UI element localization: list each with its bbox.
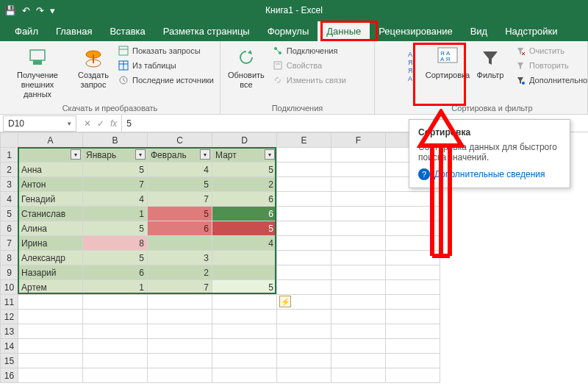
- row-header[interactable]: 14: [1, 339, 18, 354]
- row-header[interactable]: 6: [1, 221, 18, 236]
- filter-dropdown-icon[interactable]: ▾: [71, 149, 81, 160]
- col-header[interactable]: B: [83, 133, 148, 148]
- connections-button[interactable]: Подключения: [270, 44, 348, 57]
- col-header[interactable]: D: [212, 133, 277, 148]
- tooltip-more-link[interactable]: ? Дополнительные сведения: [418, 168, 561, 180]
- cell[interactable]: 5: [83, 163, 148, 177]
- row-header[interactable]: 3: [1, 177, 18, 192]
- table-header-cell[interactable]: ▾: [18, 148, 83, 163]
- new-query-button[interactable]: Создать запрос: [74, 44, 113, 91]
- cell[interactable]: Антон: [18, 177, 83, 192]
- cell[interactable]: 6: [212, 192, 277, 207]
- cell[interactable]: 5: [212, 163, 277, 177]
- tab-home[interactable]: Главная: [47, 21, 101, 41]
- cell[interactable]: 2: [148, 265, 212, 280]
- cell[interactable]: 1: [83, 207, 148, 221]
- col-header[interactable]: C: [148, 133, 212, 148]
- chevron-down-icon[interactable]: ▾: [68, 120, 71, 127]
- cell[interactable]: Алина: [18, 221, 83, 236]
- cell[interactable]: 3: [148, 251, 212, 265]
- table-header-cell[interactable]: Февраль▾: [148, 148, 212, 163]
- redo-icon[interactable]: ↷: [36, 5, 44, 16]
- row-header[interactable]: 5: [1, 207, 18, 221]
- tab-addins[interactable]: Надстройки: [496, 21, 566, 41]
- tab-data[interactable]: Данные: [318, 21, 370, 41]
- cell[interactable]: 4: [212, 236, 277, 251]
- select-all-corner[interactable]: [1, 133, 18, 148]
- row-header[interactable]: 13: [1, 324, 18, 339]
- row-header[interactable]: 4: [1, 192, 18, 207]
- fx-icon[interactable]: fx: [110, 118, 117, 129]
- tab-view[interactable]: Вид: [462, 21, 497, 41]
- cell[interactable]: 4: [148, 163, 212, 177]
- cell[interactable]: 7: [148, 192, 212, 207]
- undo-icon[interactable]: ↶: [22, 5, 30, 16]
- cell[interactable]: 6: [212, 207, 277, 221]
- smart-tag-icon[interactable]: ⚡: [279, 296, 291, 307]
- cell[interactable]: 6: [83, 265, 148, 280]
- row-header[interactable]: 7: [1, 236, 18, 251]
- row-header[interactable]: 2: [1, 163, 18, 177]
- cell[interactable]: 5: [148, 207, 212, 221]
- cell[interactable]: Генадий: [18, 192, 83, 207]
- tab-formulas[interactable]: Формулы: [259, 21, 318, 41]
- recent-sources-button[interactable]: Последние источники: [116, 74, 215, 87]
- row-header[interactable]: 9: [1, 265, 18, 280]
- col-header[interactable]: E: [277, 133, 331, 148]
- sort-az-button[interactable]: А↓Я Я↓А: [401, 44, 425, 90]
- tab-review[interactable]: Рецензирование: [370, 21, 461, 41]
- cell[interactable]: 2: [212, 177, 277, 192]
- filter-button[interactable]: Фильтр: [470, 44, 510, 82]
- col-header[interactable]: F: [331, 133, 386, 148]
- cell[interactable]: [148, 236, 212, 251]
- advanced-filter-button[interactable]: Дополнительно: [513, 74, 588, 87]
- cell[interactable]: 5: [83, 221, 148, 236]
- cell[interactable]: 5: [212, 221, 277, 236]
- name-box[interactable]: D10▾: [3, 115, 76, 132]
- cell[interactable]: Анна: [18, 163, 83, 177]
- col-header[interactable]: A: [18, 133, 83, 148]
- tab-file[interactable]: Файл: [6, 21, 47, 41]
- get-external-data-button[interactable]: Получение внешних данных: [4, 44, 71, 101]
- cell[interactable]: [212, 265, 277, 280]
- from-table-button[interactable]: Из таблицы: [116, 59, 215, 72]
- show-queries-button[interactable]: Показать запросы: [116, 44, 215, 57]
- row-header[interactable]: 8: [1, 251, 18, 265]
- tab-layout[interactable]: Разметка страницы: [154, 21, 259, 41]
- recent-sources-icon: [118, 74, 129, 86]
- cell[interactable]: Назарий: [18, 265, 83, 280]
- cell[interactable]: 6: [148, 221, 212, 236]
- cell[interactable]: 4: [83, 192, 148, 207]
- cell[interactable]: 5: [212, 280, 277, 295]
- filter-dropdown-icon[interactable]: ▾: [265, 149, 275, 160]
- row-header[interactable]: 16: [1, 368, 18, 383]
- cell[interactable]: Ирина: [18, 236, 83, 251]
- row-header[interactable]: 11: [1, 295, 18, 310]
- cell[interactable]: [212, 251, 277, 265]
- filter-dropdown-icon[interactable]: ▾: [135, 149, 146, 160]
- cell[interactable]: 5: [148, 177, 212, 192]
- row-header[interactable]: 12: [1, 310, 18, 324]
- cell[interactable]: Артем: [18, 280, 83, 295]
- row-header[interactable]: 15: [1, 354, 18, 368]
- table-header-cell[interactable]: Январь▾: [83, 148, 148, 163]
- save-icon[interactable]: 💾: [4, 5, 16, 16]
- tab-insert[interactable]: Вставка: [101, 21, 154, 41]
- cell[interactable]: 1: [83, 280, 148, 295]
- refresh-all-button[interactable]: Обновить все: [225, 44, 268, 91]
- cell[interactable]: 7: [148, 280, 212, 295]
- table-header-cell[interactable]: Март▾: [212, 148, 277, 163]
- cell[interactable]: Станислав: [18, 207, 83, 221]
- cell[interactable]: Александр: [18, 251, 83, 265]
- cell[interactable]: 5: [83, 251, 148, 265]
- svg-text:А Я: А Я: [440, 56, 451, 63]
- filter-dropdown-icon[interactable]: ▾: [200, 149, 210, 160]
- cell[interactable]: 7: [83, 177, 148, 192]
- edit-links-button: Изменить связи: [270, 74, 348, 87]
- cell[interactable]: 8: [83, 236, 148, 251]
- row-header[interactable]: 1: [1, 148, 18, 163]
- row-header[interactable]: 10: [1, 280, 18, 295]
- customize-qat-icon[interactable]: ▾: [50, 5, 55, 16]
- help-icon: ?: [418, 168, 430, 180]
- sort-button[interactable]: Я АА Я Сортировка: [428, 44, 467, 82]
